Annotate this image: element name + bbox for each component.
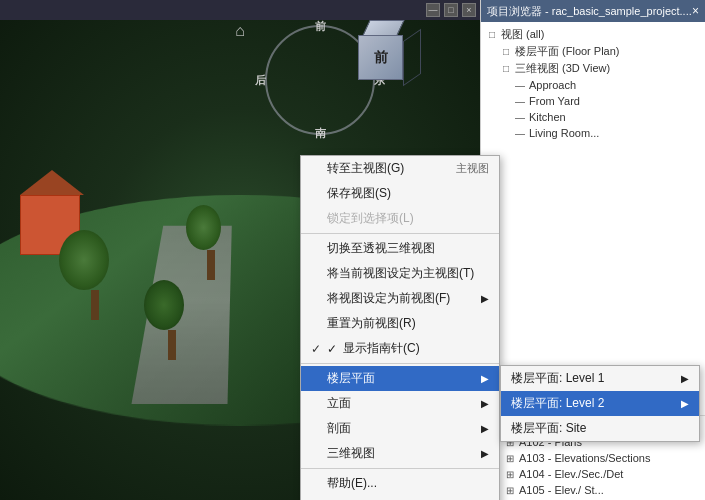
ctx-item-options[interactable]: 选项(O)... bbox=[301, 496, 499, 500]
bottom-item-icon: ⊞ bbox=[503, 451, 517, 465]
ctx-item-reset_prev[interactable]: 重置为前视图(R) bbox=[301, 311, 499, 336]
tree-item-label: Approach bbox=[529, 79, 576, 91]
tree-item-label: From Yard bbox=[529, 95, 580, 107]
submenu-arrow-icon: ▶ bbox=[481, 373, 489, 384]
tree-item-3dview[interactable]: □ 三维视图 (3D View) bbox=[481, 60, 705, 77]
bottom-tree-item[interactable]: ⊞ A103 - Elevations/Sections bbox=[481, 450, 705, 466]
ctx-item-help[interactable]: 帮助(E)... bbox=[301, 471, 499, 496]
submenu-label: 楼层平面: Level 2 bbox=[511, 395, 604, 412]
submenu-item-site[interactable]: 楼层平面: Site bbox=[501, 416, 699, 441]
bottom-tree-item[interactable]: ⊞ A104 - Elev./Sec./Det bbox=[481, 466, 705, 482]
compass-south: 南 bbox=[315, 126, 326, 141]
tree-item-floorplan[interactable]: □ 楼层平面 (Floor Plan) bbox=[481, 43, 705, 60]
tree-top-2 bbox=[144, 280, 184, 330]
ctx-item-show_compass[interactable]: ✓显示指南针(C) bbox=[301, 336, 499, 361]
compass-north: 前 bbox=[315, 19, 326, 34]
ctx-item-set_prev[interactable]: 将视图设定为前视图(F)▶ bbox=[301, 286, 499, 311]
ctx-label: 将视图设定为前视图(F) bbox=[327, 290, 481, 307]
tree-3 bbox=[200, 215, 221, 280]
submenu-arrow-icon: ▶ bbox=[481, 448, 489, 459]
tree-expand-icon: — bbox=[513, 126, 527, 140]
submenu-item-level2[interactable]: 楼层平面: Level 2▶ bbox=[501, 391, 699, 416]
ctx-item-set_main[interactable]: 将当前视图设定为主视图(T) bbox=[301, 261, 499, 286]
close-button[interactable]: × bbox=[462, 3, 476, 17]
ctx-label: 锁定到选择项(L) bbox=[327, 210, 489, 227]
browser-title-bar: 项目浏览器 - rac_basic_sample_project.... × bbox=[481, 0, 705, 22]
project-tree[interactable]: □ 视图 (all) □ 楼层平面 (Floor Plan) □ 三维视图 (3… bbox=[481, 22, 705, 415]
submenu-label: 楼层平面: Site bbox=[511, 420, 586, 437]
ctx-shortcut: 主视图 bbox=[456, 161, 489, 176]
tree-item-label: Kitchen bbox=[529, 111, 566, 123]
tree-item-label: 视图 (all) bbox=[501, 27, 544, 42]
tree-item-fromyard[interactable]: — From Yard bbox=[481, 93, 705, 109]
building-roof bbox=[20, 170, 84, 195]
ctx-label: 保存视图(S) bbox=[327, 185, 489, 202]
main-container: 前 南 东 后 前 ⌂ — □ × 项目浏览器 - rac_basic_s bbox=[0, 0, 705, 500]
tree-trunk-1 bbox=[91, 290, 99, 320]
ctx-item-elevation[interactable]: 立面▶ bbox=[301, 391, 499, 416]
ctx-separator bbox=[301, 233, 499, 234]
bottom-item-icon: ⊞ bbox=[503, 483, 517, 497]
context-menu: 转至主视图(G)主视图保存视图(S)锁定到选择项(L)切换至透视三维视图将当前视… bbox=[300, 155, 500, 500]
tree-item-kitchen[interactable]: — Kitchen bbox=[481, 109, 705, 125]
bottom-item-label: A104 - Elev./Sec./Det bbox=[519, 468, 623, 480]
tree-1 bbox=[80, 240, 109, 320]
ctx-item-goto_main[interactable]: 转至主视图(G)主视图 bbox=[301, 156, 499, 181]
browser-close-button[interactable]: × bbox=[692, 4, 699, 18]
maximize-button[interactable]: □ bbox=[444, 3, 458, 17]
ctx-label: 转至主视图(G) bbox=[327, 160, 456, 177]
ctx-separator bbox=[301, 468, 499, 469]
tree-expand-icon: — bbox=[513, 78, 527, 92]
ctx-label: 切换至透视三维视图 bbox=[327, 240, 489, 257]
submenu-arrow-icon: ▶ bbox=[481, 398, 489, 409]
tree-item-livingroom[interactable]: — Living Room... bbox=[481, 125, 705, 141]
ctx-separator bbox=[301, 363, 499, 364]
ctx-item-floor_plan[interactable]: 楼层平面▶ bbox=[301, 366, 499, 391]
viewport-title-bar: — □ × bbox=[0, 0, 480, 20]
browser-title-text: 项目浏览器 - rac_basic_sample_project.... bbox=[487, 4, 692, 19]
cube-front-face[interactable]: 前 bbox=[358, 35, 403, 80]
nav-cube[interactable]: 前 南 东 后 前 bbox=[340, 20, 420, 100]
bottom-item-label: A103 - Elevations/Sections bbox=[519, 452, 650, 464]
bottom-item-label: A105 - Elev./ St... bbox=[519, 484, 604, 496]
ctx-label: 三维视图 bbox=[327, 445, 481, 462]
tree-item-label: 楼层平面 (Floor Plan) bbox=[515, 44, 620, 59]
ctx-label: 将当前视图设定为主视图(T) bbox=[327, 265, 489, 282]
ctx-label: 重置为前视图(R) bbox=[327, 315, 489, 332]
tree-expand-icon: □ bbox=[499, 62, 513, 76]
home-icon[interactable]: ⌂ bbox=[235, 22, 245, 40]
ctx-label: 显示指南针(C) bbox=[343, 340, 489, 357]
submenu-item-level1[interactable]: 楼层平面: Level 1▶ bbox=[501, 366, 699, 391]
ctx-item-3d_view[interactable]: 三维视图▶ bbox=[301, 441, 499, 466]
tree-expand-icon: □ bbox=[499, 45, 513, 59]
cube-side-face bbox=[403, 29, 421, 87]
ctx-label: 剖面 bbox=[327, 420, 481, 437]
tree-item-approach[interactable]: — Approach bbox=[481, 77, 705, 93]
tree-expand-icon: — bbox=[513, 110, 527, 124]
submenu-arrow-icon: ▶ bbox=[481, 293, 489, 304]
ctx-label: 立面 bbox=[327, 395, 481, 412]
submenu-arrow-icon: ▶ bbox=[681, 398, 689, 409]
submenu-arrow-icon: ▶ bbox=[681, 373, 689, 384]
check-mark: ✓ bbox=[327, 342, 337, 356]
ctx-item-save_view[interactable]: 保存视图(S) bbox=[301, 181, 499, 206]
tree-2 bbox=[160, 288, 184, 360]
compass-west: 后 bbox=[255, 73, 266, 88]
bottom-tree-item[interactable]: ⊞ A105 - Elev./ St... bbox=[481, 482, 705, 498]
ctx-label: 帮助(E)... bbox=[327, 475, 489, 492]
tree-item-views[interactable]: □ 视图 (all) bbox=[481, 26, 705, 43]
ctx-item-lock_select: 锁定到选择项(L) bbox=[301, 206, 499, 231]
minimize-button[interactable]: — bbox=[426, 3, 440, 17]
tree-item-label: 三维视图 (3D View) bbox=[515, 61, 610, 76]
submenu-label: 楼层平面: Level 1 bbox=[511, 370, 604, 387]
tree-top-1 bbox=[59, 230, 109, 290]
submenu-arrow-icon: ▶ bbox=[481, 423, 489, 434]
ctx-item-switch_persp[interactable]: 切换至透视三维视图 bbox=[301, 236, 499, 261]
tree-trunk-2 bbox=[168, 330, 176, 360]
submenu-floor-plan: 楼层平面: Level 1▶楼层平面: Level 2▶楼层平面: Site bbox=[500, 365, 700, 442]
tree-item-label: Living Room... bbox=[529, 127, 599, 139]
ctx-item-section[interactable]: 剖面▶ bbox=[301, 416, 499, 441]
bottom-item-icon: ⊞ bbox=[503, 467, 517, 481]
ctx-label: 楼层平面 bbox=[327, 370, 481, 387]
tree-expand-icon: — bbox=[513, 94, 527, 108]
